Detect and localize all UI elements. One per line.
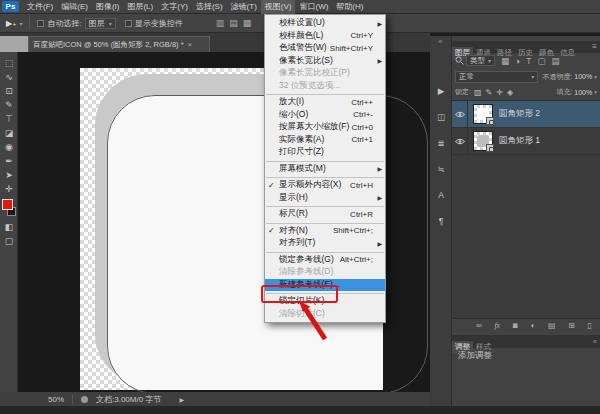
filter-type-icon[interactable]: ▤ (551, 55, 559, 67)
align-icon[interactable]: ▥ (216, 18, 225, 28)
zoom-level-field[interactable]: 50% (48, 395, 64, 404)
tool-icon[interactable]: ✒ (0, 154, 18, 168)
align-icon[interactable]: ▤ (229, 18, 238, 28)
menubar-item[interactable]: 图层(L) (123, 0, 157, 14)
blend-mode-dropdown[interactable]: 正常 ▾ (455, 71, 538, 83)
view-menu-item[interactable]: ✓ 像素长宽比(S) ▶ (265, 55, 385, 68)
move-tool-icon[interactable]: ▶₊ (6, 19, 16, 28)
tool-icon[interactable]: ⬚ (0, 56, 18, 70)
view-menu-item[interactable]: ✓ 锁定参考线(G) Alt+Ctrl+; ▶ (265, 254, 385, 267)
view-menu-item[interactable]: ✓ 显示(H) ▶ (265, 192, 385, 205)
visibility-eye-icon[interactable] (452, 128, 468, 155)
menu-item-shortcut: Shift+Ctrl+; (333, 226, 373, 235)
view-menu-item[interactable]: ✓ 清除切片(C) ▶ (265, 308, 385, 321)
view-menu-item[interactable]: ✓ 校样颜色(L) Ctrl+Y ▶ (265, 30, 385, 43)
close-tab-icon[interactable]: × (188, 40, 193, 49)
view-menu-item[interactable]: ✓ 打印尺寸(Z) ▶ (265, 146, 385, 159)
view-menu-item[interactable]: ✓ 色域警告(W) Shift+Ctrl+Y ▶ (265, 42, 385, 55)
view-menu-item[interactable]: ✓ 对齐到(T) ▶ (265, 237, 385, 250)
collapse-panel-icon[interactable]: « (593, 335, 597, 348)
menubar-item[interactable]: 图像(I) (92, 0, 124, 14)
view-menu-item[interactable]: ✓ 放大(I) Ctrl++ ▶ (265, 96, 385, 109)
menu-item-label: 按屏幕大小缩放(F) (279, 121, 349, 133)
filter-type-icon[interactable]: ▦ (501, 55, 509, 67)
auto-select-target-dropdown[interactable]: 图层 ▾ (85, 18, 116, 29)
tool-icon[interactable]: ∿ (0, 70, 18, 84)
tool-icon[interactable]: ➤ (0, 168, 18, 182)
view-menu-item[interactable]: ✓ 实际像素(A) Ctrl+1 ▶ (265, 134, 385, 147)
collapsed-panel-icon[interactable]: ≒ (430, 156, 452, 182)
lock-icon[interactable]: ✛ (496, 88, 503, 97)
filter-type-icon[interactable]: T (526, 55, 531, 67)
view-menu-item[interactable]: ✓ 像素长宽比校正(P) ▶ (265, 67, 385, 80)
tool-icon[interactable]: ◉ (0, 140, 18, 154)
tool-icon[interactable]: ✛ (0, 182, 18, 196)
collapsed-panel-icon[interactable]: ≣ (430, 130, 452, 156)
layer-name[interactable]: 圆角矩形 2 (499, 108, 540, 120)
chevron-down-icon[interactable]: ▾ (594, 74, 597, 80)
layer-thumbnail[interactable] (473, 104, 493, 124)
add-adjustment-label[interactable]: 添加调整 (458, 350, 492, 362)
layers-footer-icon[interactable]: ▯ (588, 320, 592, 332)
menubar-item[interactable]: 选择(S) (192, 0, 227, 14)
layer-thumbnail[interactable] (473, 131, 493, 151)
lock-icon[interactable]: ◈ (507, 88, 513, 97)
layers-footer-icon[interactable]: fx (494, 320, 500, 332)
collapsed-panel-icon[interactable]: A (430, 182, 452, 208)
tool-preset-caret-icon[interactable]: ▾ (19, 20, 22, 27)
opacity-value[interactable]: 100% (574, 73, 592, 80)
right-panel-column: « ▶◫≣≒A¶ 图层通道路径历史颜色信息 ≡ 类型 ▾ (430, 36, 600, 406)
collapsed-panel-icon[interactable]: ¶ (430, 208, 452, 234)
view-menu-item[interactable]: ✓ 对齐(N) Shift+Ctrl+; ▶ (265, 225, 385, 238)
layers-footer-icon[interactable]: ◐ (530, 320, 535, 332)
layers-footer-icon[interactable]: ◙ (513, 320, 518, 332)
foreground-color-swatch[interactable] (2, 199, 13, 210)
status-expand-icon[interactable]: ▶ (179, 396, 184, 403)
lock-icon[interactable]: ✎ (486, 88, 493, 97)
expand-panels-icon[interactable]: « (430, 38, 451, 45)
menu-bar: Ps 文件(F)编辑(E)图像(I)图层(L)文字(Y)选择(S)滤镜(T)视图… (0, 0, 600, 14)
menubar-item[interactable]: 文件(F) (23, 0, 57, 14)
tool-icon[interactable]: ⊤ (0, 112, 18, 126)
filter-kind-value: 类型 (470, 56, 485, 66)
view-menu-item[interactable]: ✓ 按屏幕大小缩放(F) Ctrl+0 ▶ (265, 121, 385, 134)
layer-row[interactable]: 圆角矩形 1 (452, 128, 600, 155)
view-menu-item[interactable]: ✓ 32 位预览选项... ▶ (265, 80, 385, 93)
filter-kind-dropdown[interactable]: 类型 ▾ (466, 55, 495, 66)
tool-mode-icon[interactable]: ▢ (0, 234, 18, 248)
collapsed-panel-icon[interactable]: ▶ (430, 78, 452, 104)
filter-type-icon[interactable]: ▢ (537, 55, 545, 67)
tool-mode-icon[interactable]: ◧ (0, 220, 18, 234)
chevron-down-icon[interactable]: ▾ (594, 89, 597, 95)
menubar-item[interactable]: 编辑(E) (57, 0, 92, 14)
document-tab[interactable]: 百度贴吧ICON @ 50% (圆角矩形 2, RGB/8) * × (28, 36, 210, 52)
menubar-item[interactable]: 滤镜(T) (227, 0, 261, 14)
view-menu-item[interactable]: ✓ 显示额外内容(X) Ctrl+H ▶ (265, 179, 385, 192)
layers-footer-icon[interactable]: ∞ (476, 320, 482, 332)
filter-type-icon[interactable]: ◑ (515, 55, 520, 67)
fill-value[interactable]: 100% (574, 89, 592, 96)
view-menu-item[interactable]: ✓ 缩小(O) Ctrl+- ▶ (265, 109, 385, 122)
panel-menu-icon[interactable]: ≡ (592, 41, 597, 53)
tool-icon[interactable]: ◪ (0, 126, 18, 140)
view-menu-item[interactable]: ✓ 清除参考线(D) ▶ (265, 266, 385, 279)
align-icon[interactable]: ▦ (243, 18, 252, 28)
layer-name[interactable]: 圆角矩形 1 (499, 135, 540, 147)
tool-icon[interactable]: ⊡ (0, 84, 18, 98)
view-menu-item[interactable]: ✓ 屏幕模式(M) ▶ (265, 163, 385, 176)
layers-footer-icon[interactable]: ⊞ (568, 320, 575, 332)
menubar-item[interactable]: 文字(Y) (157, 0, 192, 14)
layers-footer-icon[interactable]: ▤ (548, 320, 556, 332)
menubar-item[interactable]: 视图(V) (261, 0, 296, 14)
show-transform-checkbox[interactable] (125, 20, 132, 27)
menubar-item[interactable]: 窗口(W) (295, 0, 332, 14)
auto-select-checkbox[interactable] (37, 20, 44, 27)
menubar-item[interactable]: 帮助(H) (332, 0, 367, 14)
visibility-eye-icon[interactable] (452, 101, 468, 128)
lock-icon[interactable]: ▨ (474, 88, 482, 97)
view-menu-item[interactable]: ✓ 校样设置(U) ▶ (265, 17, 385, 30)
layer-row[interactable]: 圆角矩形 2 (452, 101, 600, 128)
tool-icon[interactable]: ✎ (0, 98, 18, 112)
collapsed-panel-icon[interactable]: ◫ (430, 104, 452, 130)
view-menu-item[interactable]: ✓ 标尺(R) Ctrl+R ▶ (265, 208, 385, 221)
